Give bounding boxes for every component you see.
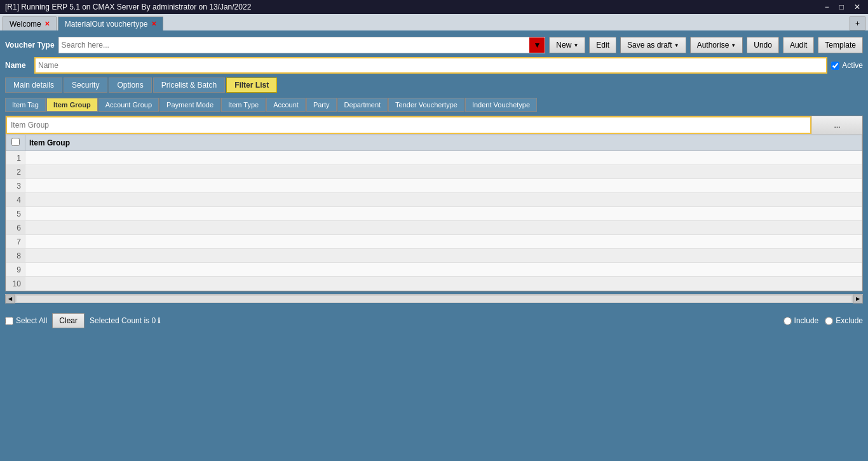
tab-materialout-label: MaterialOut vouchertype bbox=[65, 20, 148, 29]
edit-button[interactable]: Edit bbox=[589, 37, 616, 53]
horizontal-scrollbar[interactable]: ◀ ▶ bbox=[5, 294, 863, 303]
scroll-right-arrow[interactable]: ▶ bbox=[853, 295, 863, 304]
authorise-button[interactable]: Authorise ▼ bbox=[690, 37, 743, 53]
title-bar: [R1] Running ERP 5.1 on CMAX Server By a… bbox=[0, 0, 868, 14]
new-button[interactable]: New ▼ bbox=[549, 37, 585, 53]
select-all-label[interactable]: Select All bbox=[5, 316, 47, 325]
grid-container: ... Item Group 1 2 3 bbox=[5, 116, 863, 291]
name-input[interactable] bbox=[34, 57, 827, 74]
active-checkbox[interactable] bbox=[831, 62, 839, 70]
row-value[interactable] bbox=[25, 179, 862, 193]
save-draft-arrow-icon: ▼ bbox=[674, 43, 679, 48]
include-exclude-group: Include Exclude bbox=[783, 316, 863, 325]
sub-tab-tender-vouchertype[interactable]: Tender Vouchertype bbox=[388, 98, 465, 112]
name-row: Name Active bbox=[5, 57, 863, 74]
authorise-label: Authorise bbox=[697, 41, 729, 50]
row-value[interactable] bbox=[25, 165, 862, 179]
sub-tab-item-group[interactable]: Item Group bbox=[46, 98, 98, 112]
filter-panel: Item Tag Item Group Account Group Paymen… bbox=[5, 95, 863, 305]
row-value[interactable] bbox=[25, 193, 862, 207]
header-checkbox[interactable] bbox=[11, 138, 20, 146]
table-row: 7 bbox=[6, 235, 862, 249]
include-label: Include bbox=[794, 316, 819, 325]
exclude-option[interactable]: Exclude bbox=[825, 316, 863, 325]
tab-pricelist-batch[interactable]: Pricelist & Batch bbox=[153, 77, 225, 93]
include-radio[interactable] bbox=[783, 317, 792, 325]
scroll-track[interactable] bbox=[17, 296, 851, 302]
data-table: Item Group 1 2 3 4 5 6 7 8 bbox=[6, 135, 862, 291]
add-tab-button[interactable]: + bbox=[850, 17, 865, 30]
sub-tab-department[interactable]: Department bbox=[337, 98, 388, 112]
maximize-button[interactable]: □ bbox=[837, 3, 846, 11]
row-number: 3 bbox=[6, 179, 25, 193]
grid-search-button[interactable]: ... bbox=[811, 116, 862, 134]
voucher-dropdown-arrow[interactable]: ▼ bbox=[529, 37, 545, 53]
row-number: 10 bbox=[6, 277, 25, 291]
new-arrow-icon: ▼ bbox=[573, 43, 578, 48]
select-all-text: Select All bbox=[16, 316, 47, 325]
section-tabs: Main details Security Options Pricelist … bbox=[5, 77, 863, 93]
row-value[interactable] bbox=[25, 249, 862, 263]
row-number: 6 bbox=[6, 221, 25, 235]
tab-security[interactable]: Security bbox=[64, 77, 107, 93]
clear-button[interactable]: Clear bbox=[52, 313, 85, 328]
row-value[interactable] bbox=[25, 235, 862, 249]
table-row: 4 bbox=[6, 193, 862, 207]
row-number: 9 bbox=[6, 263, 25, 277]
tab-welcome-close[interactable]: ✕ bbox=[44, 20, 50, 27]
tab-bar: Welcome ✕ MaterialOut vouchertype ✕ + bbox=[0, 14, 868, 32]
active-checkbox-label[interactable]: Active bbox=[831, 61, 863, 70]
bottom-bar: Select All Clear Selected Count is 0 ℹ I… bbox=[0, 311, 868, 331]
table-row: 6 bbox=[6, 221, 862, 235]
selected-count-value: 0 bbox=[151, 316, 156, 325]
sub-tab-indent-vouchetype[interactable]: Indent Vouchetype bbox=[465, 98, 537, 112]
row-value[interactable] bbox=[25, 277, 862, 291]
tab-filter-list[interactable]: Filter List bbox=[226, 77, 277, 93]
selected-count-label: Selected Count is bbox=[90, 316, 149, 325]
table-row: 9 bbox=[6, 263, 862, 277]
template-button[interactable]: Template bbox=[818, 37, 863, 53]
row-number: 8 bbox=[6, 249, 25, 263]
row-value[interactable] bbox=[25, 207, 862, 221]
row-number: 5 bbox=[6, 207, 25, 221]
main-content: Voucher Type ▼ New ▼ Edit Save as draft … bbox=[0, 32, 868, 311]
table-row: 1 bbox=[6, 151, 862, 165]
tab-options[interactable]: Options bbox=[109, 77, 151, 93]
sub-tab-item-tag[interactable]: Item Tag bbox=[5, 98, 46, 112]
voucher-type-search: ▼ bbox=[58, 37, 546, 53]
grid-search-input[interactable] bbox=[6, 116, 811, 134]
select-all-checkbox[interactable] bbox=[5, 317, 13, 325]
undo-button[interactable]: Undo bbox=[747, 37, 779, 53]
sub-tab-payment-mode[interactable]: Payment Mode bbox=[159, 98, 220, 112]
voucher-type-row: Voucher Type ▼ New ▼ Edit Save as draft … bbox=[5, 37, 863, 53]
active-label: Active bbox=[842, 61, 863, 70]
tab-materialout-close[interactable]: ✕ bbox=[151, 20, 156, 27]
scroll-left-arrow[interactable]: ◀ bbox=[5, 295, 15, 304]
row-value[interactable] bbox=[25, 263, 862, 277]
table-row: 10 bbox=[6, 277, 862, 291]
minimize-button[interactable]: − bbox=[822, 3, 832, 11]
tab-materialout[interactable]: MaterialOut vouchertype ✕ bbox=[58, 17, 163, 30]
row-number: 1 bbox=[6, 151, 25, 165]
new-label: New bbox=[556, 41, 571, 50]
info-icon: ℹ bbox=[158, 316, 161, 325]
audit-button[interactable]: Audit bbox=[783, 37, 814, 53]
tab-welcome-label: Welcome bbox=[10, 20, 41, 29]
sub-tab-item-type[interactable]: Item Type bbox=[221, 98, 266, 112]
sub-tab-party[interactable]: Party bbox=[306, 98, 337, 112]
include-option[interactable]: Include bbox=[783, 316, 819, 325]
save-as-draft-button[interactable]: Save as draft ▼ bbox=[620, 37, 686, 53]
row-value[interactable] bbox=[25, 221, 862, 235]
row-number: 7 bbox=[6, 235, 25, 249]
sub-tab-account-group[interactable]: Account Group bbox=[98, 98, 159, 112]
exclude-radio[interactable] bbox=[825, 317, 833, 325]
tab-main-details[interactable]: Main details bbox=[5, 77, 62, 93]
close-window-button[interactable]: ✕ bbox=[851, 3, 863, 11]
voucher-search-input[interactable] bbox=[59, 37, 545, 53]
sub-tab-account[interactable]: Account bbox=[266, 98, 306, 112]
row-value[interactable] bbox=[25, 151, 862, 165]
table-row: 8 bbox=[6, 249, 862, 263]
table-row: 3 bbox=[6, 179, 862, 193]
tab-welcome[interactable]: Welcome ✕ bbox=[3, 17, 57, 30]
save-as-draft-label: Save as draft bbox=[627, 41, 672, 50]
